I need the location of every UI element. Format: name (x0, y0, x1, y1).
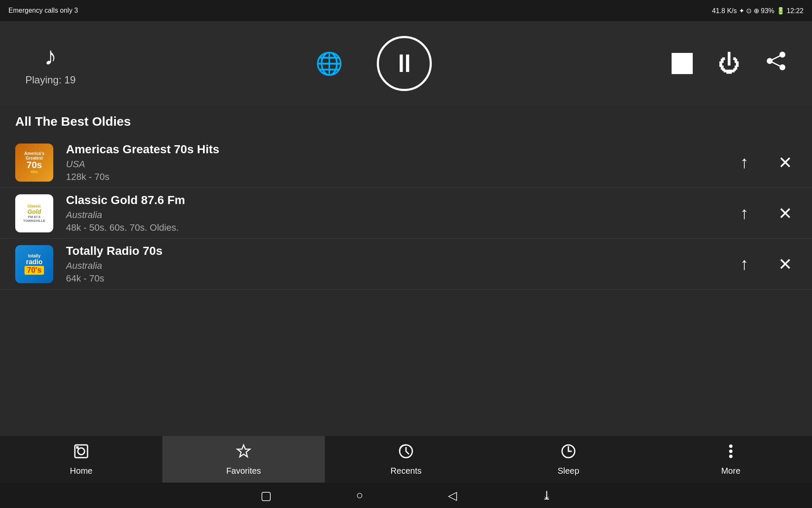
sys-home-button[interactable]: ○ (356, 489, 363, 502)
station-meta-1: 128k - 70s (66, 171, 736, 182)
status-bar: Emergency calls only 3 41.8 K/s ✦ ⊙ ⊕ 93… (0, 0, 812, 21)
remove-button-2[interactable]: ✕ (774, 199, 797, 227)
nav-label-favorites: Favorites (226, 466, 261, 476)
player-center-group: 🌐 ⏸ (315, 36, 432, 91)
power-button[interactable]: ⏻ (718, 51, 740, 76)
status-right: 41.8 K/s ✦ ⊙ ⊕ 93% 🔋 12:22 (712, 7, 804, 15)
player-left: ♪ Playing: 19 (25, 41, 76, 86)
station-logo-1: America'sGreatest 70s Hits (15, 144, 53, 182)
nav-label-recents: Recents (390, 466, 421, 476)
nav-item-favorites[interactable]: Favorites (162, 436, 325, 483)
station-logo-2: Classic Gold FM 87.6TOWNSVILLE (15, 194, 53, 232)
svg-line-3 (770, 55, 782, 61)
station-list: America'sGreatest 70s Hits Americas Grea… (0, 137, 812, 290)
upload-button-1[interactable]: ↑ (736, 149, 753, 176)
station-info-1: Americas Greatest 70s Hits USA 128k - 70… (66, 143, 736, 182)
sys-down-button[interactable]: ⤓ (542, 489, 551, 502)
svg-point-6 (78, 448, 85, 455)
pause-icon: ⏸ (392, 51, 417, 76)
svg-rect-7 (76, 446, 79, 449)
station-name-2: Classic Gold 87.6 Fm (66, 193, 736, 207)
station-country-1: USA (66, 159, 736, 170)
nav-item-home[interactable]: Home (0, 436, 162, 483)
upload-button-2[interactable]: ↑ (736, 199, 753, 227)
section-title: All The Best Oldies (0, 106, 812, 137)
system-nav-bar: ▢ ○ ◁ ⤓ (0, 483, 812, 508)
favorites-icon (235, 443, 252, 464)
sys-back-button[interactable]: ◁ (448, 489, 457, 502)
upload-button-3[interactable]: ↑ (736, 250, 753, 278)
remove-button-3[interactable]: ✕ (774, 250, 797, 278)
nav-item-sleep[interactable]: Sleep (487, 436, 650, 483)
station-logo-3: totally radio 70's (15, 245, 53, 283)
station-actions-3: ↑ ✕ (736, 250, 797, 278)
nav-item-more[interactable]: More (650, 436, 812, 483)
pause-button[interactable]: ⏸ (377, 36, 432, 91)
nav-label-sleep: Sleep (557, 466, 579, 476)
music-icon: ♪ (44, 41, 57, 71)
station-actions-1: ↑ ✕ (736, 149, 797, 177)
sleep-icon (560, 443, 577, 464)
nav-label-home: Home (70, 466, 92, 476)
station-country-2: Australia (66, 210, 736, 221)
svg-point-11 (729, 444, 732, 448)
bottom-nav: Home Favorites Recents Sleep (0, 436, 812, 483)
station-item: Classic Gold FM 87.6TOWNSVILLE Classic G… (0, 188, 812, 239)
more-icon (722, 443, 739, 464)
nav-item-recents[interactable]: Recents (325, 436, 487, 483)
station-info-2: Classic Gold 87.6 Fm Australia 48k - 50s… (66, 193, 736, 233)
svg-marker-8 (237, 445, 250, 457)
svg-line-4 (770, 61, 782, 67)
svg-point-13 (729, 455, 732, 458)
station-item: America'sGreatest 70s Hits Americas Grea… (0, 137, 812, 188)
player-bar: ♪ Playing: 19 🌐 ⏸ ⏻ (0, 21, 812, 106)
nav-label-more: More (721, 466, 741, 476)
station-meta-3: 64k - 70s (66, 273, 736, 284)
status-left: Emergency calls only 3 (8, 7, 78, 14)
share-button[interactable] (765, 50, 787, 77)
globe-browse-button[interactable]: 🌐 (315, 51, 343, 77)
home-icon (73, 443, 90, 464)
station-info-3: Totally Radio 70s Australia 64k - 70s (66, 244, 736, 284)
remove-button-1[interactable]: ✕ (774, 149, 797, 177)
svg-point-12 (729, 450, 732, 453)
station-actions-2: ↑ ✕ (736, 199, 797, 227)
station-name-1: Americas Greatest 70s Hits (66, 143, 736, 156)
playing-label: Playing: 19 (25, 74, 76, 86)
station-country-3: Australia (66, 260, 736, 271)
station-item: totally radio 70's Totally Radio 70s Aus… (0, 239, 812, 290)
station-name-3: Totally Radio 70s (66, 244, 736, 258)
recents-icon (398, 443, 414, 464)
player-right: ⏻ (672, 50, 787, 77)
station-meta-2: 48k - 50s. 60s. 70s. Oldies. (66, 222, 736, 233)
sys-square-button[interactable]: ▢ (261, 489, 272, 502)
stop-button[interactable] (672, 53, 693, 74)
